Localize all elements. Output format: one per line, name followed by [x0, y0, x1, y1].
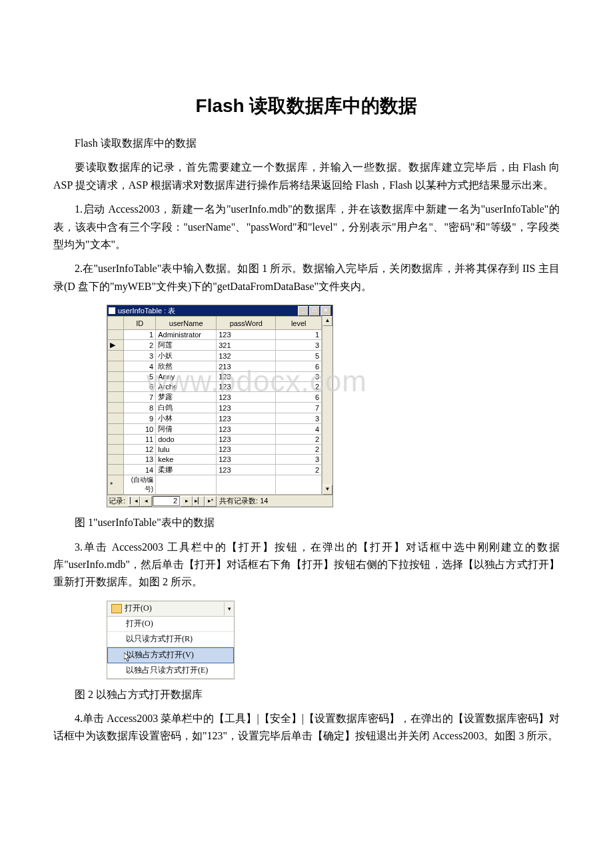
open-button-label: 打开(O) [125, 603, 152, 614]
open-split-button[interactable]: 打开(O) ▾ [107, 601, 234, 617]
cell-username[interactable]: Administrator [156, 330, 217, 340]
cell-password[interactable]: 321 [217, 340, 276, 351]
cell-username[interactable]: lulu [156, 445, 217, 455]
cell-id[interactable]: 9 [124, 413, 156, 424]
nav-current[interactable]: 2 [153, 496, 180, 506]
cell-password[interactable]: 123 [217, 424, 276, 435]
cell-username[interactable]: 小林 [156, 413, 217, 424]
cell-level[interactable]: 3 [276, 340, 322, 351]
row-selector[interactable] [108, 403, 124, 413]
row-selector[interactable] [108, 445, 124, 455]
cell-level[interactable]: 1 [276, 330, 322, 340]
cell-level[interactable]: 3 [276, 413, 322, 424]
new-row-marker: * [108, 475, 124, 495]
scrollbar[interactable]: ▲ ▼ [322, 316, 332, 495]
new-row-id[interactable]: (自动编号) [124, 475, 156, 495]
cell-password[interactable]: 123 [217, 403, 276, 413]
row-selector[interactable] [108, 330, 124, 340]
nav-new-icon[interactable]: ▸* [205, 496, 217, 507]
menu-item-exclusive-readonly[interactable]: 以独占只读方式打开(E) [107, 663, 234, 679]
col-level[interactable]: level [276, 317, 322, 330]
menu-item-open[interactable]: 打开(O) [107, 617, 234, 632]
cell-password[interactable]: 123 [217, 445, 276, 455]
col-password[interactable]: passWord [217, 317, 276, 330]
row-selector[interactable] [108, 382, 124, 392]
cell-id[interactable]: 11 [124, 435, 156, 445]
cell-username[interactable]: 阿莲 [156, 340, 217, 351]
col-username[interactable]: userName [156, 317, 217, 330]
row-header-blank [108, 317, 124, 330]
paragraph-intro-label: Flash 读取数据库中的数据 [53, 135, 560, 152]
row-selector[interactable] [108, 424, 124, 435]
cell-level[interactable]: 3 [276, 372, 322, 382]
cell-username[interactable]: 白鸽 [156, 403, 217, 413]
row-selector[interactable]: ▶ [108, 340, 124, 351]
menu-item-readonly[interactable]: 以只读方式打开(R) [107, 632, 234, 647]
cell-password[interactable]: 213 [217, 361, 276, 372]
cell-password[interactable]: 123 [217, 372, 276, 382]
row-selector[interactable] [108, 455, 124, 465]
cell-id[interactable]: 12 [124, 445, 156, 455]
cell-level[interactable]: 4 [276, 424, 322, 435]
cell-id[interactable]: 6 [124, 382, 156, 392]
cell-id[interactable]: 4 [124, 361, 156, 372]
cell-level[interactable]: 7 [276, 403, 322, 413]
scroll-up-icon[interactable]: ▲ [322, 316, 332, 326]
cell-username[interactable]: Anny [156, 372, 217, 382]
paragraph-overview: 要读取数据库的记录，首先需要建立一个数据库，并输入一些数据。数据库建立完毕后，由… [53, 159, 560, 194]
cell-password[interactable]: 123 [217, 465, 276, 475]
cell-level[interactable]: 6 [276, 392, 322, 403]
cell-level[interactable]: 2 [276, 465, 322, 475]
cell-username[interactable]: 阿倩 [156, 424, 217, 435]
cell-username[interactable]: 欣然 [156, 361, 217, 372]
cell-username[interactable]: keke [156, 455, 217, 465]
cell-id[interactable]: 10 [124, 424, 156, 435]
nav-next-icon[interactable]: ▸ [181, 496, 193, 507]
cell-level[interactable]: 5 [276, 351, 322, 361]
cell-username[interactable]: 柔娜 [156, 465, 217, 475]
nav-prev-icon[interactable]: ◂ [140, 496, 152, 507]
cell-id[interactable]: 5 [124, 372, 156, 382]
cell-username[interactable]: 小妖 [156, 351, 217, 361]
scroll-track[interactable] [322, 326, 332, 485]
cell-password[interactable]: 123 [217, 455, 276, 465]
maximize-button[interactable]: □ [309, 306, 320, 316]
dropdown-arrow-icon[interactable]: ▾ [224, 602, 234, 615]
cell-level[interactable]: 2 [276, 382, 322, 392]
row-selector[interactable] [108, 465, 124, 475]
cell-id[interactable]: 14 [124, 465, 156, 475]
cell-level[interactable]: 6 [276, 361, 322, 372]
cell-password[interactable]: 132 [217, 351, 276, 361]
cell-username[interactable]: 梦露 [156, 392, 217, 403]
row-selector[interactable] [108, 361, 124, 372]
cell-password[interactable]: 123 [217, 435, 276, 445]
row-selector[interactable] [108, 372, 124, 382]
cell-id[interactable]: 3 [124, 351, 156, 361]
scroll-down-icon[interactable]: ▼ [322, 485, 332, 495]
col-id[interactable]: ID [124, 317, 156, 330]
cell-password[interactable]: 123 [217, 382, 276, 392]
cell-level[interactable]: 2 [276, 445, 322, 455]
cell-id[interactable]: 8 [124, 403, 156, 413]
nav-last-icon[interactable]: ▸▏ [193, 496, 205, 507]
cell-id[interactable]: 7 [124, 392, 156, 403]
cell-password[interactable]: 123 [217, 413, 276, 424]
cell-username[interactable]: Arche [156, 382, 217, 392]
row-selector[interactable] [108, 435, 124, 445]
cell-id[interactable]: 2 [124, 340, 156, 351]
cell-id[interactable]: 13 [124, 455, 156, 465]
cell-username[interactable]: dodo [156, 435, 217, 445]
row-selector[interactable] [108, 413, 124, 424]
cell-level[interactable]: 3 [276, 455, 322, 465]
close-button[interactable]: × [320, 306, 331, 316]
menu-item-exclusive[interactable]: 以独占方式打开(V) [107, 647, 234, 663]
nav-first-icon[interactable]: ▏◂ [128, 496, 140, 507]
row-selector[interactable] [108, 392, 124, 403]
minimize-button[interactable]: _ [298, 306, 308, 316]
cell-password[interactable]: 123 [217, 330, 276, 340]
nav-total: 共有记录数: 14 [219, 496, 268, 506]
cell-id[interactable]: 1 [124, 330, 156, 340]
row-selector[interactable] [108, 351, 124, 361]
cell-level[interactable]: 2 [276, 435, 322, 445]
cell-password[interactable]: 123 [217, 392, 276, 403]
